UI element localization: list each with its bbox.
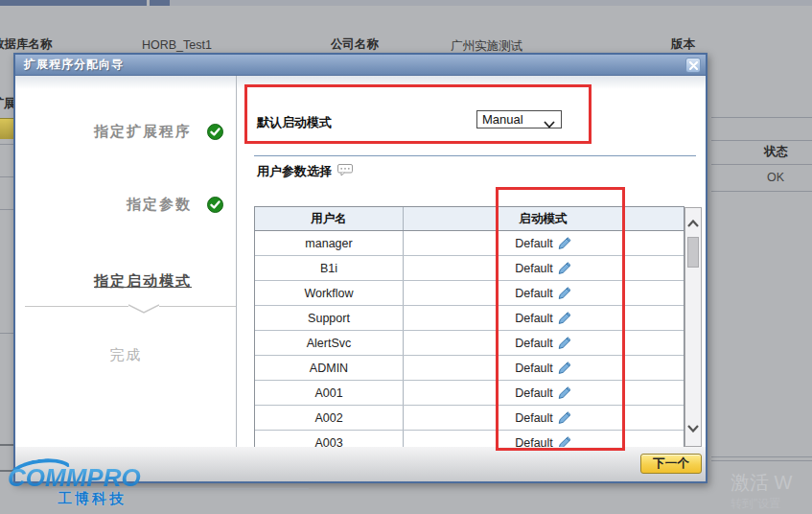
username-cell: A001 — [255, 381, 404, 405]
step-complete-check-icon — [207, 124, 223, 140]
chevron-down-icon — [544, 116, 555, 132]
mode-cell: Default — [404, 381, 683, 405]
username-cell: B1i — [255, 256, 404, 280]
edit-pencil-icon[interactable] — [558, 312, 571, 324]
username-cell: Workflow — [255, 281, 404, 305]
mode-value: Default — [515, 237, 553, 250]
company-label: 公司名称 — [331, 36, 379, 53]
username-cell: manager — [255, 231, 404, 255]
table-row: A002 Default — [255, 406, 684, 431]
edit-pencil-icon[interactable] — [558, 287, 571, 299]
bg-divider — [711, 191, 812, 192]
logo-text: COMMPRO — [8, 463, 141, 493]
bg-window-edge — [711, 460, 812, 461]
bg-divider — [711, 164, 812, 165]
bg-divider — [711, 117, 812, 118]
mode-value: Default — [515, 337, 553, 350]
mode-value: Default — [515, 411, 553, 425]
step-specify-extension: 指定扩展程序 — [15, 123, 237, 142]
version-label: 版本 — [671, 36, 695, 53]
edit-pencil-icon[interactable] — [558, 386, 571, 399]
next-button[interactable]: 下一个 — [640, 454, 702, 474]
table-row: Support Default — [255, 306, 684, 331]
db-name-label: 数据库名称 — [0, 36, 53, 53]
bg-divider — [711, 140, 812, 141]
mode-value: Default — [515, 287, 553, 300]
table-row: A001 Default — [255, 381, 684, 406]
status-column-header: 状态 — [764, 144, 788, 160]
user-mode-table: 用户名 启动模式 manager Default B1i Default — [254, 206, 684, 451]
tooltip-bubble-icon[interactable] — [337, 165, 353, 179]
commpro-logo: COMMPRO 工博科技 — [2, 458, 328, 512]
step-label: 指定扩展程序 — [94, 123, 192, 141]
step-finish: 完成 — [15, 346, 237, 365]
column-header-username: 用户名 — [255, 207, 404, 230]
close-icon[interactable] — [685, 58, 701, 73]
bg-window-edge — [711, 456, 812, 457]
mode-cell: Default — [404, 406, 683, 430]
step-specify-params: 指定参数 — [15, 196, 237, 215]
edit-pencil-icon[interactable] — [558, 237, 571, 249]
user-param-label: 用户参数选择 — [257, 164, 332, 178]
username-cell: Support — [255, 306, 404, 330]
edit-pencil-icon[interactable] — [558, 362, 571, 374]
step-label: 指定启动模式 — [94, 272, 192, 291]
edit-pencil-icon[interactable] — [558, 411, 571, 424]
mode-value: Default — [515, 386, 553, 400]
mode-cell: Default — [404, 231, 683, 255]
table-row: B1i Default — [255, 256, 684, 281]
step-complete-check-icon — [207, 197, 223, 213]
db-name-value: HORB_Test1 — [142, 38, 212, 52]
scroll-up-icon[interactable] — [687, 214, 699, 231]
mode-cell: Default — [404, 256, 683, 280]
username-cell: AlertSvc — [255, 331, 404, 355]
default-mode-select[interactable]: Manual — [476, 110, 562, 128]
table-body: manager Default B1i Default Workflow — [255, 231, 684, 451]
top-taskbar-segment-2 — [150, 0, 170, 6]
dialog-body: 指定扩展程序 指定参数 指定启动模式 完成 — [15, 76, 706, 481]
step-label: 完成 — [15, 346, 237, 364]
section-divider — [254, 155, 696, 156]
scroll-down-icon[interactable] — [687, 419, 699, 436]
top-taskbar-segment — [0, 0, 147, 6]
edit-pencil-icon[interactable] — [558, 337, 571, 349]
step-label: 指定参数 — [127, 196, 192, 214]
table-row: manager Default — [255, 231, 684, 256]
mode-cell: Default — [404, 281, 683, 305]
username-cell: A002 — [255, 406, 404, 430]
table-scrollbar[interactable] — [684, 207, 702, 447]
dialog-titlebar[interactable]: 扩展程序分配向导 — [15, 55, 706, 76]
mode-cell: Default — [404, 331, 683, 355]
mode-value: Default — [515, 262, 553, 275]
top-taskbar-rest — [170, 0, 812, 6]
table-header-row: 用户名 启动模式 — [255, 207, 684, 231]
mode-cell: Default — [404, 356, 683, 380]
mode-value: Default — [515, 362, 553, 375]
chevron-down-icon — [128, 301, 159, 318]
step-specify-startup-mode: 指定启动模式 — [15, 272, 237, 292]
edit-pencil-icon[interactable] — [558, 262, 571, 274]
column-header-startup-mode: 启动模式 — [404, 207, 683, 230]
logo-subtext: 工博科技 — [58, 490, 127, 508]
table-row: AlertSvc Default — [255, 331, 684, 356]
username-cell: ADMIN — [255, 356, 404, 380]
step-separator — [25, 306, 128, 307]
table-row: Workflow Default — [255, 281, 684, 306]
status-value: OK — [767, 171, 784, 184]
table-row: ADMIN Default — [255, 356, 684, 381]
scrollbar-thumb[interactable] — [687, 237, 699, 268]
default-mode-label: 默认启动模式 — [257, 114, 332, 131]
default-mode-value: Manual — [482, 112, 523, 127]
activate-windows-watermark-2: 转到"设置 — [731, 496, 780, 512]
step-separator — [159, 306, 236, 307]
assignment-wizard-dialog: 扩展程序分配向导 指定扩展程序 指定参数 指定启动模式 — [13, 53, 708, 483]
dialog-title: 扩展程序分配向导 — [15, 55, 706, 75]
mode-cell: Default — [404, 306, 683, 330]
activate-windows-watermark: 激活 W — [731, 470, 792, 496]
wizard-steps-panel: 指定扩展程序 指定参数 指定启动模式 完成 — [15, 76, 237, 451]
user-param-section-title: 用户参数选择 — [257, 163, 353, 180]
mode-value: Default — [515, 312, 553, 325]
